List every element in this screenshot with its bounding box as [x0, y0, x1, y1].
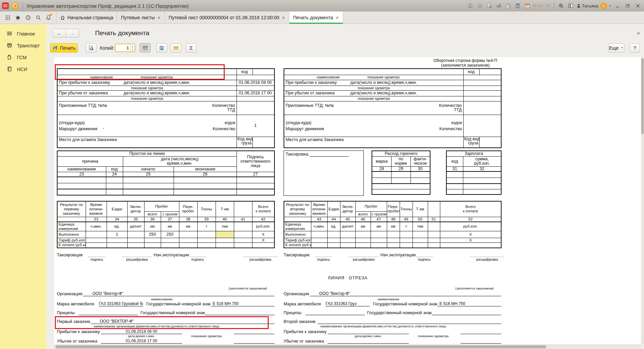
save-button[interactable]	[156, 43, 167, 52]
preview-icon	[88, 45, 94, 51]
tear-off-section-right: (заполняется заказчиком) ОрганизацияООО …	[284, 286, 501, 344]
print-icon[interactable]	[476, 2, 484, 9]
tab-bar: Начальная страница Путевые листы Путевой…	[0, 11, 644, 24]
tab-label: Путевой лист 00000000004 от 01.06.2018 1…	[169, 15, 279, 20]
more-button[interactable]: Еще	[608, 43, 624, 52]
chevron-down-icon	[609, 5, 611, 6]
tab-home[interactable]: Начальная страница	[56, 11, 117, 24]
table-icon	[142, 45, 148, 51]
fuel-icon	[7, 54, 13, 61]
print-button[interactable]: Печать	[50, 43, 78, 52]
result-table-second-customer: Результат повторомузаказчику Времяоплачи…	[284, 201, 502, 248]
form-left-half: код наименованиепоказание одометра При п…	[57, 57, 274, 344]
window-close-button[interactable]	[634, 3, 642, 9]
sidebar-item-main[interactable]: Главное	[0, 29, 46, 39]
sidebar-item-reference[interactable]: НСИ	[0, 64, 46, 74]
taxing-box: Таксировка:	[284, 150, 364, 196]
preview-button[interactable]	[86, 43, 96, 52]
tab-waybills-list[interactable]: Путевые листы	[117, 11, 164, 24]
calculator-icon[interactable]	[514, 2, 521, 9]
save-icon[interactable]	[467, 2, 474, 9]
tab-label: Печать документа	[293, 15, 333, 20]
menu-icon	[7, 31, 13, 37]
sections-sidebar: Главное Транспорт ГСМ НСИ	[0, 24, 46, 349]
memory-mplus-button[interactable]: M+	[538, 3, 544, 8]
tab-waybill-document[interactable]: Путевой лист 00000000004 от 01.06.2018 1…	[164, 11, 289, 24]
horizontal-scrollbar[interactable]	[54, 345, 641, 349]
table-settings-button[interactable]	[140, 43, 151, 52]
vertical-scrollbar[interactable]	[641, 57, 644, 344]
sidebar-item-transport[interactable]: Транспорт	[0, 41, 46, 51]
sigma-icon: Σ	[190, 45, 193, 51]
window-title: Управление автотранспортом Проф, редакци…	[26, 3, 189, 9]
calendar-icon[interactable]	[524, 2, 531, 9]
memory-mminus-button[interactable]: M-	[546, 3, 551, 8]
stepper-up-button[interactable]: ▴	[130, 44, 135, 48]
form-corner-note: Оборотная сторона формы №4-П (заполняетс…	[429, 58, 501, 68]
memory-m-button[interactable]: M	[533, 3, 536, 8]
copies-input[interactable]	[116, 44, 130, 51]
print-preview-icon[interactable]	[486, 2, 493, 9]
titlebar-quick-actions: M M+ M- Татьяна i	[467, 2, 644, 9]
form-right-half: Оборотная сторона формы №4-П (заполняетс…	[284, 57, 501, 344]
close-icon[interactable]	[335, 16, 339, 20]
sum-button[interactable]: Σ	[186, 43, 197, 52]
tab-print-document[interactable]: Печать документа	[289, 11, 343, 24]
help-button[interactable]: ?	[630, 43, 640, 52]
salary-table: Зарплата кодсумма,руб.коп. 3132	[446, 150, 502, 195]
info-menu-button[interactable]: i	[600, 3, 607, 9]
chevron-down-icon	[621, 47, 623, 48]
print-toolbar: Печать Копий: ▴ ▾ Σ Еще ?	[46, 43, 644, 55]
user-icon	[576, 3, 581, 8]
window-titlebar: 1С Управление автотранспортом Проф, реда…	[0, 0, 644, 12]
split-view-icon[interactable]	[567, 2, 574, 9]
floppy-icon	[159, 45, 164, 51]
back-button[interactable]: ←	[53, 29, 66, 37]
close-icon[interactable]	[157, 16, 161, 20]
divider	[554, 3, 554, 8]
copies-label: Копий:	[100, 45, 114, 51]
help-label: ?	[634, 45, 636, 51]
history-icon[interactable]	[24, 13, 32, 22]
signature-row-right: Таксировщик подпись расшифровка Нач.эксп…	[284, 253, 501, 261]
stepper-down-button[interactable]: ▾	[130, 48, 135, 51]
all-functions-icon[interactable]	[3, 13, 12, 22]
sidebar-item-fuel[interactable]: ГСМ	[0, 52, 46, 63]
notification-dot	[50, 14, 52, 16]
current-user[interactable]: Татьяна	[576, 3, 598, 8]
fuel-consumption-table: Расход горючего маркапонормефакти-ческое…	[372, 150, 430, 195]
app-logo: 1С	[2, 2, 9, 9]
window-minimize-button[interactable]	[614, 3, 622, 9]
user-name: Татьяна	[582, 3, 598, 8]
main-menu-button[interactable]	[12, 2, 19, 9]
go-to-link-icon[interactable]	[505, 2, 512, 9]
search-icon[interactable]	[34, 13, 43, 22]
tear-off-section-left: (заполняется заказчиком) ОрганизацияООО …	[57, 286, 274, 344]
divider	[23, 2, 23, 10]
bus-icon	[7, 43, 13, 49]
more-label: Еще	[609, 45, 619, 51]
window-restore-button[interactable]	[624, 3, 632, 9]
vertical-scrollbar-thumb[interactable]	[641, 58, 644, 134]
horizontal-scrollbar-thumb[interactable]	[55, 345, 546, 348]
signature-row-left: Таксировщик подпись расшифровка Нач.эксп…	[57, 253, 274, 261]
home-icon	[60, 15, 65, 20]
envelope-icon	[173, 45, 179, 51]
selected-cell[interactable]	[216, 231, 234, 238]
close-page-icon[interactable]	[636, 31, 641, 37]
sidebar-item-label: Транспорт	[17, 43, 40, 48]
waybill-header-table-right: код наименованиепоказание одометра При п…	[284, 68, 502, 148]
zoom-icon[interactable]	[557, 2, 565, 9]
get-link-icon[interactable]	[495, 2, 503, 9]
favorites-icon[interactable]	[14, 13, 22, 22]
tool-panel	[0, 11, 56, 24]
sidebar-item-label: Главное	[17, 31, 35, 37]
forward-button[interactable]: →	[66, 29, 79, 37]
notifications-icon[interactable]	[44, 13, 53, 22]
close-icon[interactable]	[282, 16, 285, 20]
printer-check-icon	[52, 45, 58, 51]
send-email-button[interactable]	[171, 43, 181, 52]
print-preview-document[interactable]: код наименованиепоказание одометра При п…	[54, 57, 641, 344]
chevron-down-icon	[14, 5, 16, 6]
sidebar-item-label: НСИ	[17, 67, 27, 72]
